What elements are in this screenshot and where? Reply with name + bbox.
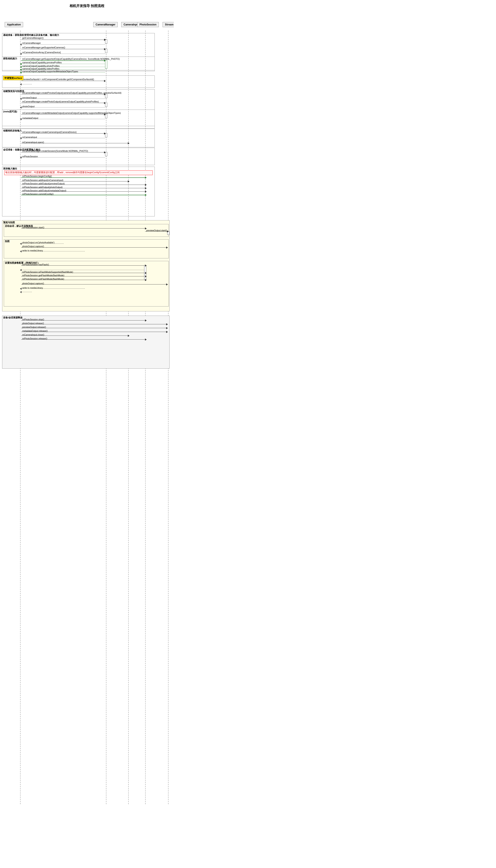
arrowhead-mCameraInput [20,137,21,139]
label-previewOutput: previewOutput [22,96,37,99]
label-addInput: mPhotoSession.addInput(mCameraInput) [22,179,63,182]
arrowhead-writeMedia2 [20,288,21,290]
arrowhead-writeMedia1 [20,250,21,252]
lifeline-header-app: Application [5,22,23,27]
arrowhead-camInputClose [128,335,129,337]
arrowhead-videoProfiles [20,69,21,71]
arrowhead-createPhotoOutput [104,102,106,104]
arrowhead-getSupportedOutputCapability [104,60,106,62]
arrow-createPreviewOutput [21,94,105,94]
lifeline-stream [168,31,169,804]
section-create-camInput-label: 创建相机设备输入 [3,129,22,132]
section-preview-photo-label: 预览与拍照 [3,221,15,224]
section-session-prep-label: 会话准备：创建会话并配置输入输出 [3,148,41,151]
section-add-io-label: 添加输入输出 [3,167,17,170]
section-start-session-label: 启动会话，默认开启预览流 [5,224,33,228]
arrowhead-capture1 [166,247,168,249]
section-photo-params-label: 设置拍照参数配置（举例闪光灯） [5,261,40,265]
label-mPhotoSession: mPhotoSession [22,155,38,158]
section-photo-label: 拍照 [5,240,10,243]
label-metadataOutput: metadataOutput [22,117,38,119]
label-previewOutputStart: previewOutput.start() [146,229,167,232]
label-getCameraManager: getCameraManager() [22,37,44,39]
arrowhead-open [128,142,129,144]
arrowhead-isFlashModeSupported2 [145,272,147,274]
warning-text: 每次添加/移除输入输出时，均需要重新进行配置，即add，remove操作均需要在… [5,171,120,174]
arrowhead-previewProfiles [20,63,21,65]
arrow-isFlashModeSupported [21,270,146,270]
arrow-getSupportedOutputCapability [21,60,105,61]
arrowhead-metadataOutput [20,118,21,120]
arrow-mCameraManager [21,44,105,45]
arrowhead-mCameraManager [20,44,21,46]
section-basic-prep-label: 基础准备：获取相机管理对象以及设备对象、输出能力 [3,33,59,37]
arrowhead-photoProfiles [20,66,21,68]
arrow-previewProfiles [21,64,105,64]
arrowhead-addOutputMeta [145,190,147,193]
arrowhead-capture2 [166,283,168,285]
label-getFlashMode: mPhotoSession.getFlashMode(flashMode) [22,274,64,277]
arrowhead-mPhotoSession [20,156,21,158]
arrow-surface-return [21,84,32,84]
label-mCameraInput: mCameraInput [22,136,37,138]
arrowhead-mCameraDeviceArray [20,53,21,55]
label-camInputClose: mCameraInput.close() [22,334,44,336]
label-open: mCameraInput.open() [22,141,44,143]
label-metaRelease: metadataOutput.release() [22,330,48,332]
arrowhead-start [145,228,147,230]
lifeline-header-photoSession: PhotoSession [137,22,159,27]
arrowhead-createSession [104,151,106,153]
label-isFlashModeSupported: mPhotoSession.isFlashModeSupported(flash… [22,271,73,273]
label-videoProfiles: cameraOutputCapability.videoProfiles [22,67,59,70]
diagram: Application CameraManager CameraInput Ph… [0,10,174,816]
arrowhead-photoOutput [20,106,21,109]
section-meta-label: (meta流可选) [3,110,17,113]
arrowhead-getCameraManager [104,39,106,41]
label-setFlashMode: mPhotoSession.setFlashMode(flashMode) [22,278,64,280]
label-previewProfiles: cameraOutputCapability.previewProfiles [22,61,62,64]
arrowhead-previewSurfaceId [104,80,106,82]
arrowhead-photoRelease [166,323,168,325]
arrow-getCameraManager [21,40,105,40]
label-addOutputPhoto: mPhotoSession.addOutput(photoOutput) [22,186,63,188]
page-title: 相机开发指导 拍照流程 [0,0,174,10]
label-photoRelease: photoOutput.release() [22,322,44,325]
arrowhead-stop [145,320,147,322]
arrowhead-previewOutput [20,98,21,100]
label-photoAvailable: photoOutput.on('photoAvailable') [22,241,55,244]
arrow-beginConfig [21,177,146,178]
arrowhead-hasFlash [145,265,147,267]
label-createPhotoOutput: mCameraManager.createPhotoOutput(cameraO… [22,100,99,103]
section-create-preview-label: 创建预览流与拍照流 [3,90,24,93]
arrowhead-photoAvailable [20,243,21,245]
arrowhead-createPreviewOutput [104,93,106,95]
label-commitConfig: mPhotoSession.commitConfig() [22,193,53,195]
label-capture1: photoOutput.capture() [22,245,44,248]
section-release-label: 设备/会话资源释放 [3,316,22,319]
lifeline-header-stream: Stream [162,22,174,27]
label-stop: mPhotoSession.stop() [22,318,44,321]
label-writeMedia1: write to mediaLibrary [22,249,43,252]
arrowhead-createMetadataOutput [104,113,106,115]
arrow-previewSurfaceId [21,81,105,81]
arrowhead-isFlashModeSupported [20,269,21,271]
label-addOutputPreview: mPhotoSession.addOutput(previewOutput) [22,182,65,185]
label-previewSurfaceId: previewSurfaceId = mXComponentController… [22,78,94,80]
label-previewRelease: previewOutput.release() [22,326,46,328]
label-getSupportedCameras: mCameraManager.getSupportedCameras() [22,46,65,49]
arrowhead-addInput [128,181,129,183]
label-metadataTypes: cameraOutputCapability.supportedMetadata… [22,70,78,73]
arrowhead-surface-return [20,83,21,86]
section-get-capability-label: 获取相机能力 [3,57,17,60]
label-beginConfig: mPhotoSession.beginConfig() [22,175,52,177]
arrow-createCameraInput [21,133,105,134]
label-photoOutput: photoOutput [22,105,34,108]
label-createCameraInput: mCameraManager.createCameraInput(CameraD… [22,131,77,133]
arrowhead-getSupportedCameras [104,48,106,50]
lifeline-header-camMgr: CameraManager [93,22,118,27]
section-preview-surface-label: 申请预览surface [3,76,24,80]
label-mCameraDeviceArray: mCameraDeviceArray:[CameraDevice] [22,51,61,53]
label-mCameraManager: mCameraManager [22,42,41,44]
arrow-mCameraDeviceArray [21,53,105,54]
arrowhead-previewRelease [166,327,168,329]
